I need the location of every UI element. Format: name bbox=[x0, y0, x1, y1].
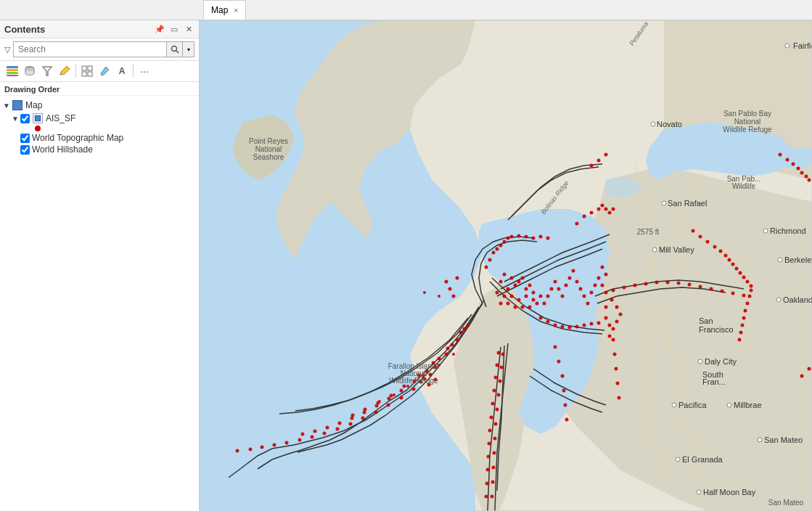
svg-point-31 bbox=[539, 295, 543, 298]
more-options-icon[interactable]: ··· bbox=[136, 63, 152, 79]
svg-point-146 bbox=[710, 287, 713, 291]
svg-point-186 bbox=[618, 396, 621, 400]
svg-point-80 bbox=[361, 417, 365, 420]
svg-text:Seashore: Seashore bbox=[253, 153, 284, 161]
svg-point-256 bbox=[776, 298, 781, 302]
tab-close-button[interactable]: × bbox=[234, 7, 238, 15]
svg-point-123 bbox=[486, 468, 490, 472]
svg-point-272 bbox=[727, 403, 731, 407]
svg-point-140 bbox=[644, 282, 648, 286]
svg-point-138 bbox=[623, 286, 626, 290]
pencil-icon[interactable] bbox=[57, 63, 73, 79]
search-dropdown-icon[interactable]: ▾ bbox=[183, 41, 194, 57]
grid-icon[interactable] bbox=[79, 63, 95, 79]
layer-item-world-hillshade[interactable]: ▶ World Hillshade bbox=[0, 144, 199, 155]
svg-text:San Mateo: San Mateo bbox=[768, 499, 804, 507]
minimize-icon[interactable]: ▭ bbox=[168, 23, 180, 35]
svg-point-212 bbox=[706, 240, 710, 244]
svg-point-229 bbox=[739, 331, 743, 335]
svg-point-83 bbox=[323, 432, 327, 436]
svg-point-49 bbox=[583, 295, 586, 298]
svg-point-73 bbox=[445, 353, 448, 356]
svg-text:San Pablo Bay: San Pablo Bay bbox=[723, 110, 771, 118]
layer-item-map[interactable]: ▼ Map bbox=[0, 99, 199, 112]
svg-point-127 bbox=[500, 366, 504, 369]
svg-point-46 bbox=[572, 269, 575, 273]
svg-point-96 bbox=[400, 389, 403, 393]
ais-sf-checkbox[interactable] bbox=[20, 114, 30, 123]
list-view-icon[interactable] bbox=[4, 63, 20, 79]
svg-point-76 bbox=[412, 388, 416, 391]
svg-point-218 bbox=[735, 267, 739, 271]
svg-point-227 bbox=[742, 316, 746, 320]
svg-line-1 bbox=[176, 51, 179, 53]
svg-point-199 bbox=[429, 373, 432, 377]
svg-point-150 bbox=[610, 298, 614, 302]
svg-point-164 bbox=[575, 325, 579, 329]
world-topo-label: World Topographic Map bbox=[32, 133, 123, 143]
svg-point-121 bbox=[488, 442, 491, 446]
layer-item-ais-sf[interactable]: ▼ AIS_SF bbox=[0, 112, 199, 125]
svg-point-136 bbox=[491, 495, 494, 499]
svg-point-119 bbox=[490, 416, 493, 420]
svg-point-153 bbox=[615, 320, 619, 324]
svg-point-97 bbox=[387, 397, 391, 401]
svg-point-165 bbox=[583, 324, 586, 327]
svg-marker-7 bbox=[43, 67, 52, 75]
svg-point-157 bbox=[604, 316, 608, 320]
svg-point-252 bbox=[763, 229, 768, 233]
expand-arrow-map[interactable]: ▼ bbox=[3, 102, 12, 110]
svg-point-161 bbox=[554, 324, 557, 327]
header-icon-group: 📌 ▭ ✕ bbox=[154, 23, 194, 35]
svg-point-194 bbox=[445, 280, 448, 284]
paint-brush-icon[interactable] bbox=[97, 63, 112, 79]
svg-point-115 bbox=[496, 364, 499, 367]
svg-point-24 bbox=[528, 284, 532, 287]
svg-point-185 bbox=[616, 382, 620, 385]
svg-point-205 bbox=[792, 163, 795, 166]
svg-text:Richmond: Richmond bbox=[770, 226, 806, 235]
svg-point-196 bbox=[452, 295, 456, 298]
svg-text:Francisco: Francisco bbox=[699, 325, 734, 334]
svg-point-193 bbox=[456, 277, 459, 280]
map-view[interactable]: Fairfield Vallejo Benicia Martinez Conco… bbox=[200, 20, 812, 511]
svg-point-230 bbox=[738, 338, 742, 342]
layer-item-world-topo[interactable]: ▶ World Topographic Map bbox=[0, 132, 199, 144]
svg-point-274 bbox=[758, 438, 762, 442]
pin-icon[interactable]: 📌 bbox=[154, 23, 165, 35]
world-hillshade-checkbox[interactable] bbox=[20, 145, 30, 155]
svg-point-112 bbox=[364, 408, 367, 412]
svg-rect-11 bbox=[82, 72, 86, 76]
svg-point-191 bbox=[564, 404, 567, 407]
filter-icon[interactable] bbox=[39, 63, 55, 79]
svg-point-216 bbox=[728, 258, 731, 262]
svg-point-278 bbox=[697, 490, 701, 494]
expand-arrow-ais-sf[interactable]: ▼ bbox=[12, 115, 20, 123]
svg-text:Wildlife Refuge: Wildlife Refuge bbox=[723, 126, 772, 134]
svg-point-214 bbox=[719, 250, 723, 253]
svg-point-57 bbox=[601, 266, 604, 269]
database-icon[interactable] bbox=[22, 63, 38, 79]
contents-panel: Contents 📌 ▭ ✕ ▽ ▾ bbox=[0, 20, 200, 511]
search-button[interactable] bbox=[167, 41, 183, 57]
svg-text:Oakland: Oakland bbox=[783, 295, 812, 304]
label-icon[interactable]: A bbox=[114, 63, 130, 79]
svg-point-181 bbox=[378, 400, 381, 403]
close-icon[interactable]: ✕ bbox=[183, 23, 194, 35]
search-input[interactable] bbox=[13, 41, 167, 57]
svg-point-28 bbox=[517, 298, 521, 302]
svg-point-220 bbox=[742, 276, 746, 279]
svg-point-148 bbox=[731, 292, 735, 295]
map-tab[interactable]: Map × bbox=[203, 0, 246, 20]
world-topo-checkbox[interactable] bbox=[20, 134, 30, 143]
svg-text:Mill Valley: Mill Valley bbox=[659, 245, 694, 254]
svg-point-248 bbox=[651, 122, 655, 126]
svg-point-222 bbox=[750, 285, 753, 288]
svg-text:Wildlife: Wildlife bbox=[732, 182, 756, 190]
svg-point-174 bbox=[608, 211, 612, 215]
svg-point-132 bbox=[493, 437, 497, 441]
svg-point-198 bbox=[423, 291, 426, 294]
svg-point-175 bbox=[612, 208, 615, 211]
svg-point-183 bbox=[613, 353, 617, 356]
svg-rect-4 bbox=[7, 72, 18, 74]
